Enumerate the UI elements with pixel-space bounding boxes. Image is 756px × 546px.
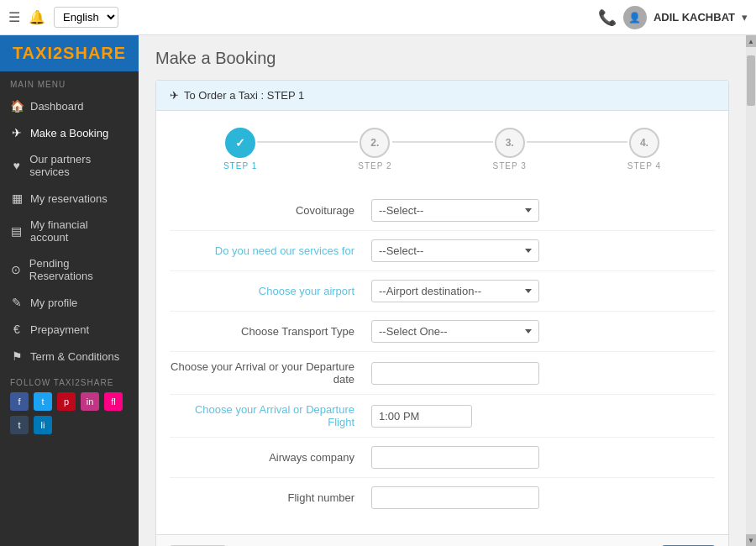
follow-title: FOLLOW TAXI2SHARE — [10, 378, 129, 387]
sidebar-label-dashboard: Dashboard — [30, 100, 84, 113]
sidebar-item-profile[interactable]: ✎ My profile — [0, 289, 139, 316]
sidebar-label-prepayment: Prepayment — [30, 323, 89, 336]
sidebar-item-make-booking[interactable]: ✈ Make a Booking — [0, 119, 139, 146]
airways-label: Airways company — [170, 451, 371, 464]
step-2: 2. STEP 2 — [358, 128, 391, 171]
sidebar-label-partners: Our partners services — [29, 153, 129, 178]
flight-number-input[interactable] — [371, 486, 539, 509]
sidebar-label-my-reservations: My reservations — [30, 192, 108, 205]
topbar-right: 📞 👤 ADIL KACHBAT ▾ — [598, 6, 748, 29]
twitter-icon[interactable]: t — [34, 392, 52, 411]
scroll-track — [746, 47, 756, 534]
step-4-circle: 4. — [629, 128, 659, 158]
services-label: Do you need our services for — [170, 244, 371, 257]
flag-icon: ⚑ — [10, 349, 24, 363]
plane-icon: ✈ — [10, 126, 24, 139]
home-icon: 🏠 — [10, 99, 24, 113]
phone-icon[interactable]: 📞 — [598, 8, 617, 27]
sidebar-label-make-booking: Make a Booking — [30, 127, 108, 139]
stepper: ✓ STEP 1 2. STEP 2 3. STEP 3 — [170, 128, 715, 171]
social-icons: f t p in fl t li — [10, 392, 129, 434]
sidebar-item-financial[interactable]: ▤ My financial account — [0, 212, 139, 250]
airport-label: Choose your airport — [170, 285, 371, 297]
step-line-2 — [392, 141, 493, 143]
transport-label: Choose Transport Type — [170, 325, 371, 338]
form-row-airport: Choose your airport --Airport destinatio… — [170, 271, 715, 312]
step-line-3 — [527, 141, 627, 143]
logo-prefix: TAXI — [13, 44, 53, 62]
page-title: Make a Booking — [155, 49, 729, 68]
logo-highlight: 2 — [53, 44, 63, 62]
step-2-label: STEP 2 — [358, 161, 391, 171]
main-menu-title: MAIN MENU — [0, 71, 139, 92]
scroll-down-button[interactable]: ▼ — [746, 534, 756, 546]
step-1: ✓ STEP 1 — [223, 128, 257, 171]
scroll-up-button[interactable]: ▲ — [746, 35, 756, 47]
covoiturage-select[interactable]: --Select-- Yes No — [371, 199, 539, 222]
scroll-thumb[interactable] — [747, 55, 755, 106]
flight-number-label: Flight number — [170, 491, 371, 504]
button-row: Back Next — [156, 534, 728, 546]
form-row-services: Do you need our services for --Select-- … — [170, 231, 715, 271]
step-3-circle: 3. — [495, 128, 525, 158]
reservations-icon: ▦ — [10, 192, 24, 205]
user-dropdown-arrow[interactable]: ▾ — [742, 11, 748, 24]
topbar-left: ☰ 🔔 English French Arabic — [8, 7, 118, 28]
pending-icon: ⊙ — [10, 263, 23, 276]
logo: TAXI2SHARE — [13, 44, 126, 63]
airport-select[interactable]: --Airport destination-- CDG Orly — [371, 280, 539, 302]
sidebar-item-dashboard[interactable]: 🏠 Dashboard — [0, 92, 139, 119]
step-3: 3. STEP 3 — [493, 128, 527, 171]
transport-select[interactable]: --Select One-- Sedan Van Bus — [371, 320, 539, 343]
hamburger-icon[interactable]: ☰ — [8, 9, 20, 25]
sidebar-item-pending[interactable]: ⊙ Pending Reservations — [0, 250, 139, 289]
main-layout: TAXI2SHARE MAIN MENU 🏠 Dashboard ✈ Make … — [0, 35, 756, 546]
sidebar-item-prepayment[interactable]: € Prepayment — [0, 316, 139, 343]
sidebar-item-my-reservations[interactable]: ▦ My reservations — [0, 185, 139, 212]
flight-time-label: Choose your Arrival or Departure Flight — [170, 403, 371, 428]
airways-input[interactable] — [371, 446, 539, 469]
profile-icon: ✎ — [10, 296, 24, 309]
covoiturage-label: Covoiturage — [170, 204, 371, 217]
sidebar-label-pending: Pending Reservations — [29, 257, 129, 282]
step-1-label: STEP 1 — [223, 161, 257, 171]
linkedin-icon[interactable]: li — [34, 416, 52, 434]
sidebar: TAXI2SHARE MAIN MENU 🏠 Dashboard ✈ Make … — [0, 35, 139, 546]
language-selector[interactable]: English French Arabic — [54, 7, 118, 28]
sidebar-item-terms[interactable]: ⚑ Term & Conditions — [0, 343, 139, 370]
header-plane-icon: ✈ — [170, 89, 179, 102]
form-row-arrival-date: Choose your Arrival or your Departure da… — [170, 352, 715, 395]
form-row-airways: Airways company — [170, 438, 715, 478]
sidebar-label-financial: My financial account — [30, 218, 129, 244]
step-line-1 — [257, 141, 358, 143]
sidebar-item-partners[interactable]: ♥ Our partners services — [0, 146, 139, 185]
user-name[interactable]: ADIL KACHBAT — [654, 11, 735, 24]
arrival-date-label: Choose your Arrival or your Departure da… — [170, 360, 371, 386]
avatar: 👤 — [623, 6, 647, 29]
tumblr-icon[interactable]: t — [10, 416, 29, 434]
step-3-label: STEP 3 — [493, 161, 527, 171]
sidebar-label-terms: Term & Conditions — [30, 350, 119, 363]
arrival-date-input[interactable] — [371, 362, 539, 385]
topbar: ☰ 🔔 English French Arabic 📞 👤 ADIL KACHB… — [0, 0, 756, 35]
services-select[interactable]: --Select-- Airport Transfer City Tour — [371, 239, 539, 262]
pinterest-icon[interactable]: p — [57, 392, 76, 411]
step-2-circle: 2. — [360, 128, 390, 158]
heart-icon: ♥ — [10, 159, 23, 172]
step-1-circle: ✓ — [225, 128, 255, 158]
logo-suffix: SHARE — [63, 44, 126, 62]
card-header: ✈ To Order a Taxi : STEP 1 — [156, 81, 728, 111]
form-row-flight-number: Flight number — [170, 478, 715, 517]
page-scrollbar: ▲ ▼ — [746, 35, 756, 546]
form-row-transport: Choose Transport Type --Select One-- Sed… — [170, 312, 715, 352]
instagram-icon[interactable]: in — [81, 392, 99, 411]
flickr-icon[interactable]: fl — [104, 392, 123, 411]
step-4: 4. STEP 4 — [627, 128, 661, 171]
euro-icon: € — [10, 323, 24, 336]
sidebar-label-profile: My profile — [30, 297, 77, 309]
flight-time-input[interactable] — [371, 405, 472, 428]
notification-bell-icon[interactable]: 🔔 — [29, 9, 45, 25]
facebook-icon[interactable]: f — [10, 392, 29, 411]
step-4-label: STEP 4 — [627, 161, 661, 171]
card-header-text: To Order a Taxi : STEP 1 — [184, 89, 304, 102]
